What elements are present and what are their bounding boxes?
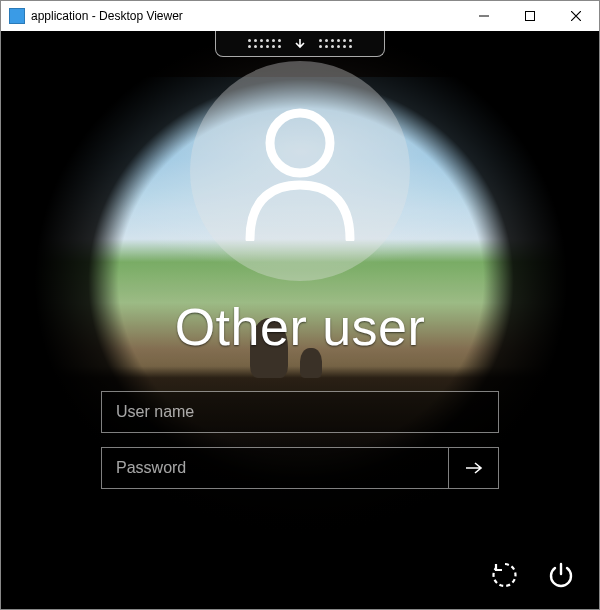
account-label: Other user: [175, 297, 426, 357]
username-input[interactable]: [102, 392, 498, 432]
window-title: application - Desktop Viewer: [31, 9, 461, 23]
network-or-ease-button[interactable]: [487, 557, 523, 593]
minimize-icon: [479, 11, 489, 21]
login-form: [101, 391, 499, 503]
minimize-button[interactable]: [461, 1, 507, 31]
user-icon: [235, 101, 365, 241]
connect-icon: [490, 560, 520, 590]
power-button[interactable]: [543, 557, 579, 593]
password-input[interactable]: [102, 448, 448, 488]
window-titlebar[interactable]: application - Desktop Viewer: [1, 1, 599, 31]
svg-rect-0: [526, 12, 535, 21]
remote-desktop-viewport: Other user: [1, 31, 599, 609]
app-icon: [9, 8, 25, 24]
submit-login-button[interactable]: [448, 448, 498, 488]
user-avatar: [190, 61, 410, 281]
power-icon: [546, 560, 576, 590]
maximize-icon: [525, 11, 535, 21]
window-controls: [461, 1, 599, 31]
svg-point-1: [270, 113, 330, 173]
arrow-right-icon: [463, 457, 485, 479]
maximize-button[interactable]: [507, 1, 553, 31]
lockscreen-controls: [487, 557, 579, 593]
close-icon: [571, 11, 581, 21]
password-field-wrap: [101, 447, 499, 489]
username-field-wrap: [101, 391, 499, 433]
close-button[interactable]: [553, 1, 599, 31]
app-window: application - Desktop Viewer: [0, 0, 600, 610]
login-panel: Other user: [1, 43, 599, 503]
